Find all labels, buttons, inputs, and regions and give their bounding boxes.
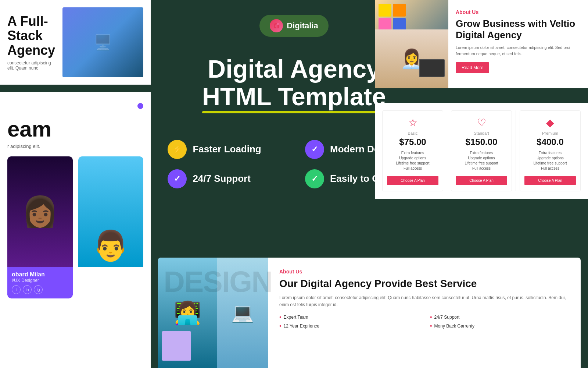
twitter-icon[interactable]: t	[12, 285, 21, 294]
team-card-1: 👩🏾 obard Milan l/UX Designer t in ig	[7, 156, 73, 298]
right-top-title: Grow Business with Veltio Digital Agency	[456, 18, 581, 41]
faster-loading-label: Faster Loading	[193, 144, 261, 155]
sticky-yellow	[379, 4, 391, 17]
support-icon: ✓	[168, 169, 187, 188]
feature-support: ✓ 24/7 Support	[168, 169, 283, 188]
pricing-premium-f2: Upgrade options	[537, 156, 563, 160]
instagram-icon[interactable]: ig	[34, 285, 43, 294]
support-label: 24/7 Support	[193, 173, 250, 184]
pricing-standard-f2: Upgrade options	[468, 156, 495, 160]
about-features-grid: Expert Team 24/7 Support 12 Year Exprien…	[279, 314, 570, 329]
svg-point-0	[277, 23, 279, 25]
pricing-card-premium: ◆ Premium $400.0 Extra features Upgrade …	[520, 110, 581, 191]
pricing-standard-f4: Full access	[472, 166, 491, 170]
left-top-panel: A Full-Stack Agency consectetur adipisci…	[0, 0, 151, 85]
left-top-image: 🖥️	[62, 7, 143, 77]
pricing-basic-icon: ☆	[408, 117, 417, 129]
pricing-premium-f1: Extra features	[539, 151, 562, 155]
pricing-premium-tier: Premium	[542, 131, 558, 135]
about-feature-money-back: Mony Back Garrenty	[430, 323, 570, 329]
team-card-1-overlay: obard Milan l/UX Designer t in ig	[7, 267, 73, 298]
modern-design-icon: ✓	[305, 140, 324, 159]
pricing-divider-1	[447, 110, 447, 191]
pricing-standard-button[interactable]: Choose A Plan	[456, 176, 507, 185]
faster-loading-icon: ⚡	[168, 140, 187, 159]
pricing-premium-f3: Lifetime free support	[533, 161, 567, 165]
hero-title: Digital Agency HTML Template	[202, 55, 386, 110]
pricing-divider-2	[516, 110, 516, 191]
pricing-standard-f3: Lifetime free support	[465, 161, 498, 165]
pricing-basic-f1: Extra features	[401, 151, 424, 155]
logo-icon	[270, 19, 283, 32]
sticky-pink	[379, 18, 391, 31]
purple-dot-accent	[137, 103, 143, 109]
pricing-basic-f3: Lifetime free support	[396, 161, 429, 165]
team-member-1-image: 👩🏾	[7, 156, 73, 267]
sticky-orange	[393, 4, 406, 17]
right-top-panel: 👩‍💼 About Us Grow Business with Veltio D…	[375, 0, 588, 88]
pricing-premium-f4: Full access	[541, 166, 559, 170]
sticky-blue	[393, 18, 406, 31]
about-description: Lorem ipsum dolor sit amet, consectetur …	[279, 294, 570, 308]
pricing-premium-price: $400.0	[537, 137, 563, 147]
left-top-text: A Full-Stack Agency consectetur adipisci…	[7, 14, 55, 71]
pricing-standard-f1: Extra features	[470, 151, 493, 155]
read-more-button[interactable]: Read More	[456, 62, 489, 73]
team-title: eam	[7, 116, 143, 142]
pricing-panel: ☆ Basic $75.00 Extra features Upgrade op…	[375, 103, 588, 199]
about-feature-support: 24/7 Support	[430, 314, 570, 321]
left-top-title: A Full-Stack Agency	[7, 14, 55, 58]
about-images: 👩‍💻 💻 DESIGN	[158, 258, 268, 368]
pricing-card-basic: ☆ Basic $75.00 Extra features Upgrade op…	[382, 110, 443, 191]
design-watermark: DESIGN	[164, 265, 272, 299]
pricing-standard-tier: Standart	[474, 131, 489, 135]
about-feature-experience: 12 Year Exprience	[279, 323, 419, 329]
team-cards: 👩🏾 obard Milan l/UX Designer t in ig 👨	[7, 156, 143, 298]
right-about-label: About Us	[456, 9, 581, 15]
team-member-1-name: obard Milan	[12, 271, 68, 278]
about-content: About Us Our Digital Agency Provide Best…	[268, 258, 581, 368]
team-socials: t in ig	[12, 285, 68, 294]
linkedin-icon[interactable]: in	[23, 285, 32, 294]
right-top-content: About Us Grow Business with Veltio Digit…	[448, 0, 588, 88]
workspace-image: 🖥️	[62, 7, 143, 77]
left-top-desc: consectetur adipiscing elit. Quam nunc	[7, 60, 55, 71]
about-title: Our Digital Agency Provide Best Service	[279, 277, 570, 290]
pricing-premium-icon: ◆	[546, 117, 554, 129]
pricing-basic-price: $75.00	[399, 137, 426, 147]
pricing-basic-f4: Full access	[404, 166, 422, 170]
about-image-accent	[162, 331, 191, 361]
logo-text: Digitalia	[287, 21, 318, 31]
pricing-basic-tier: Basic	[408, 131, 418, 135]
right-top-image: 👩‍💼	[375, 0, 448, 88]
pricing-basic-button[interactable]: Choose A Plan	[387, 176, 438, 185]
pricing-basic-f2: Upgrade options	[399, 156, 426, 160]
left-bottom-panel: eam r adipiscing elit. 👩🏾 obard Milan l/…	[0, 92, 151, 368]
feature-faster-loading: ⚡ Faster Loading	[168, 140, 283, 159]
about-feature-expert-team: Expert Team	[279, 314, 419, 321]
team-member-2-image: 👨	[78, 156, 144, 267]
pricing-standard-price: $150.00	[466, 137, 498, 147]
team-subtitle: r adipiscing elit.	[7, 144, 143, 149]
about-section: 👩‍💻 💻 DESIGN About Us Our Digital Agency…	[158, 258, 581, 368]
pricing-standard-icon: ♡	[477, 117, 486, 129]
pricing-card-standard: ♡ Standart $150.00 Extra features Upgrad…	[451, 110, 512, 191]
team-card-2: 👨	[78, 156, 144, 298]
team-member-1-role: l/UX Designer	[12, 278, 68, 283]
right-top-desc: Lorem ipsum dolor sit amet, consectetur …	[456, 45, 581, 57]
pricing-premium-button[interactable]: Choose A Plan	[524, 176, 576, 185]
hero-title-line1: Digital Agency	[208, 55, 380, 83]
customize-icon: ✓	[305, 169, 324, 188]
logo: Digitalia	[259, 15, 329, 37]
about-label: About Us	[279, 269, 570, 275]
hero-title-line2: HTML Template	[202, 83, 386, 110]
